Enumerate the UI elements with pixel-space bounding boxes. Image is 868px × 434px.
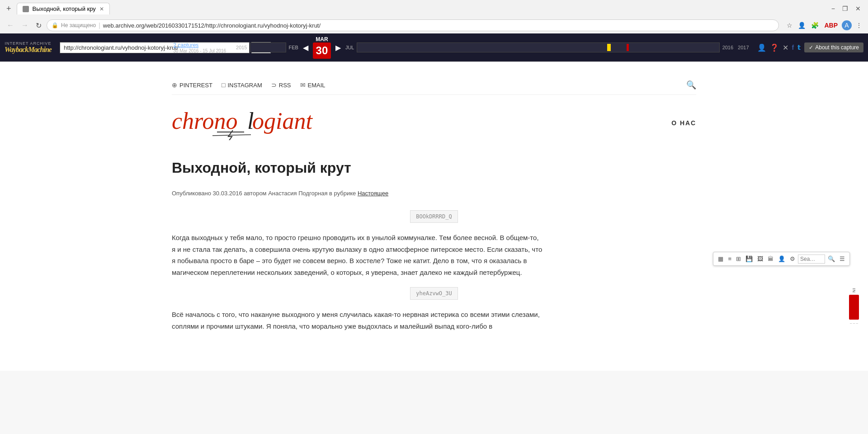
captures-link[interactable]: 2 captures: [173, 42, 226, 48]
wayback-timeline: 2015 FEB ◀ MAR 30 ▶ JUL: [236, 36, 749, 59]
email-link[interactable]: ✉ EMAIL: [300, 81, 326, 89]
lock-icon: 🔒: [52, 22, 58, 28]
wayback-twitter-icon: 𝕥: [797, 44, 801, 51]
page-wrapper: + Выходной, который кру ✕ − ❐ ✕ ← → ↻ 🔒 …: [0, 0, 868, 434]
browser-tab[interactable]: Выходной, который кру ✕: [17, 3, 110, 14]
maximize-button[interactable]: ❐: [840, 4, 851, 13]
badge-dots: – – –: [850, 321, 858, 325]
instagram-icon: □: [222, 81, 225, 89]
article-meta: Опубликовано 30.03.2016 автором Анастаси…: [172, 190, 696, 197]
profile-button[interactable]: 👤: [797, 20, 807, 30]
about-capture-button[interactable]: ✓ About this capture: [804, 42, 863, 52]
image-1-label: BOOkDRRRD_Q: [410, 210, 458, 223]
rss-icon: ⊃: [271, 81, 277, 89]
about-us-link[interactable]: О НАС: [671, 119, 696, 127]
new-tab-button[interactable]: +: [5, 4, 13, 14]
feb-label: FEB: [289, 45, 298, 50]
forward-button[interactable]: →: [19, 20, 31, 31]
avatar-button[interactable]: A: [842, 20, 852, 30]
close-button[interactable]: ✕: [853, 4, 863, 13]
ia-ft-search-input[interactable]: [798, 255, 825, 264]
pinterest-label: PINTEREST: [179, 82, 212, 89]
month-jul-section: JUL: [345, 45, 354, 50]
menu-button[interactable]: ⋮: [854, 20, 863, 30]
ia-ft-archive-button[interactable]: 🏛: [766, 254, 775, 264]
ia-ft-save-button[interactable]: 💾: [744, 254, 755, 264]
year-2015-label: 2015: [236, 45, 247, 50]
logo-svg: chrono l ogiant: [172, 104, 316, 140]
ia-ft-table-button[interactable]: ⊞: [734, 254, 743, 264]
wayback-url-form: Go: [60, 42, 165, 53]
year-2017-label: 2017: [738, 45, 749, 50]
rss-link[interactable]: ⊃ RSS: [271, 81, 291, 89]
right-badge: IN – – –: [849, 288, 859, 325]
calendar-section: MAR 30: [313, 36, 331, 59]
image-2-label: yheAzvwO_3U: [410, 287, 458, 300]
timeline-marker-red: [627, 44, 629, 51]
site-header: chrono l ogiant О НАС: [172, 95, 696, 151]
wayback-right-actions: 👤 ❓ ✕ f 𝕥 ✓ About this capture: [757, 42, 863, 52]
instagram-label: INSTAGRAM: [227, 82, 262, 89]
captures-info: 2 captures 30 Mar 2016 - 15 Jul 2016: [173, 42, 226, 53]
year-2016-label: 2016: [722, 45, 733, 50]
pinterest-icon: ⊕: [172, 81, 177, 89]
not-secure-label: Не защищено: [61, 22, 96, 28]
minimize-button[interactable]: −: [829, 4, 838, 13]
extensions-button[interactable]: 🧩: [810, 20, 820, 30]
timeline-track-right: [357, 42, 719, 52]
browser-actions: ☆ 👤 🧩 ABP A ⋮: [785, 20, 863, 30]
ia-nav-links: ⊕ PINTEREST □ INSTAGRAM ⊃ RSS ✉ EMAIL: [172, 81, 326, 89]
refresh-button[interactable]: ↻: [33, 20, 44, 31]
adblock-button[interactable]: ABP: [823, 20, 839, 30]
about-capture-checkmark: ✓: [809, 44, 813, 51]
article-body-2: Всё началось с того, что накануне выходн…: [172, 309, 542, 332]
svg-text:chrono: chrono: [172, 108, 237, 134]
about-capture-label: About this capture: [815, 44, 859, 51]
window-controls: − ❐ ✕: [829, 4, 863, 13]
instagram-link[interactable]: □ INSTAGRAM: [222, 81, 262, 89]
main-content: ⊕ PINTEREST □ INSTAGRAM ⊃ RSS ✉ EMAIL: [0, 62, 868, 371]
article-image-2: yheAzvwO_3U: [172, 287, 696, 300]
wayback-close-icon[interactable]: ✕: [783, 43, 788, 52]
site-logo-container: chrono l ogiant: [172, 104, 316, 142]
pinterest-link[interactable]: ⊕ PINTEREST: [172, 81, 212, 89]
wayback-facebook-icon: f: [792, 44, 794, 51]
badge-bar: [849, 295, 859, 320]
ia-ft-image-button[interactable]: 🖼: [755, 254, 765, 264]
ia-ft-grid-button[interactable]: ▦: [716, 254, 725, 264]
article-category-link[interactable]: Настоящее: [358, 190, 388, 197]
tab-title: Выходной, который кру: [33, 5, 96, 12]
site-logo[interactable]: chrono l ogiant: [172, 104, 316, 142]
captures-range: 30 Mar 2016 - 15 Jul 2016: [173, 48, 226, 53]
ia-ft-menu-button[interactable]: ☰: [838, 254, 847, 264]
calendar-next-button[interactable]: ▶: [334, 43, 343, 52]
url-bar-container: 🔒 Не защищено |: [47, 19, 779, 31]
search-icon[interactable]: 🔍: [686, 80, 696, 90]
badge-in-label: IN: [852, 288, 856, 293]
wayback-user-icon[interactable]: 👤: [757, 43, 766, 52]
ia-ft-list-button[interactable]: ≡: [726, 254, 733, 264]
ia-ft-search-button[interactable]: 🔍: [826, 254, 837, 264]
ia-ft-user-button[interactable]: 👤: [776, 254, 787, 264]
ia-toolbar: ⊕ PINTEREST □ INSTAGRAM ⊃ RSS ✉ EMAIL: [172, 75, 696, 95]
back-button[interactable]: ←: [5, 20, 16, 31]
calendar-month-label: MAR: [316, 36, 328, 42]
ia-ft-settings-button[interactable]: ⚙: [788, 254, 797, 264]
wayback-logo-main-text: WaybackMachine: [5, 46, 52, 54]
article-paragraph-1: Когда выходных у тебя мало, то просто гр…: [172, 232, 542, 278]
article-title: Выходной, который крут: [172, 160, 696, 176]
email-label: EMAIL: [308, 82, 326, 89]
article-body: Когда выходных у тебя мало, то просто гр…: [172, 232, 542, 278]
browser-chrome: + Выходной, который кру ✕ − ❐ ✕ ← → ↻ 🔒 …: [0, 0, 868, 62]
bookmark-button[interactable]: ☆: [785, 20, 794, 30]
svg-line-4: [212, 135, 251, 136]
wayback-help-icon[interactable]: ❓: [770, 43, 779, 52]
tab-close-icon[interactable]: ✕: [99, 6, 104, 12]
wayback-bar: INTERNET ARCHIVE WaybackMachine Go 2 cap…: [0, 33, 868, 61]
calendar-prev-button[interactable]: ◀: [301, 43, 310, 52]
rss-label: RSS: [279, 82, 291, 89]
jul-label: JUL: [345, 45, 354, 50]
browser-titlebar: + Выходной, который кру ✕ − ❐ ✕: [0, 0, 868, 17]
site-container: ⊕ PINTEREST □ INSTAGRAM ⊃ RSS ✉ EMAIL: [163, 75, 705, 357]
url-input[interactable]: [103, 22, 774, 29]
